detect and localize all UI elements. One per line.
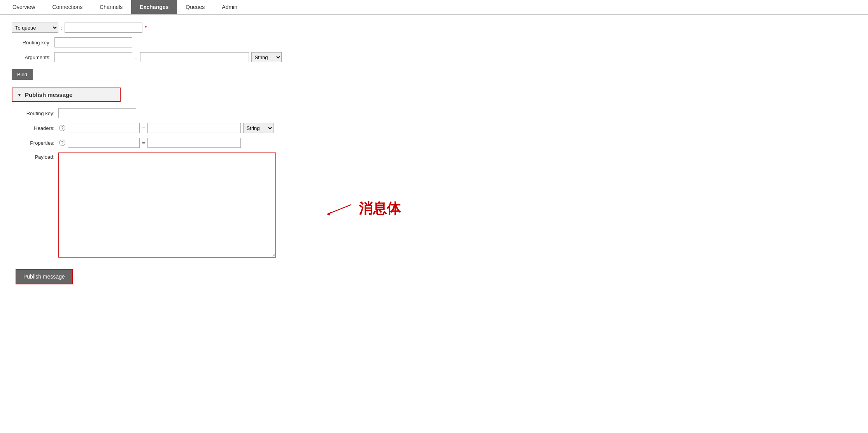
arguments-label: Arguments: [12, 54, 54, 60]
publish-headers-label: Headers: [16, 125, 58, 131]
routing-key-row: Routing key: [12, 37, 856, 47]
publish-headers-value-input[interactable] [147, 123, 241, 133]
publish-payload-row: Payload: 消息体 [16, 153, 856, 259]
headers-equals: = [142, 125, 145, 131]
to-queue-row: To queue : * [12, 23, 856, 33]
publish-properties-key-input[interactable] [68, 138, 140, 148]
svg-line-0 [327, 204, 351, 214]
bind-button[interactable]: Bind [12, 69, 33, 80]
to-queue-input[interactable] [65, 23, 142, 33]
routing-key-input[interactable] [54, 37, 132, 47]
annotation-arrow-icon [324, 201, 355, 217]
properties-equals: = [142, 140, 145, 146]
to-queue-select[interactable]: To queue [12, 23, 58, 33]
publish-payload-label: Payload: [16, 153, 58, 160]
publish-routing-key-label: Routing key: [16, 110, 58, 116]
message-body-annotation: 消息体 [324, 199, 401, 218]
tab-admin[interactable]: Admin [213, 0, 246, 14]
tab-exchanges[interactable]: Exchanges [131, 0, 177, 14]
publish-form: Routing key: Headers: ? = String Number … [12, 108, 856, 284]
headers-type-select[interactable]: String Number Boolean [243, 123, 274, 133]
arguments-row: Arguments: = String Number Boolean [12, 52, 856, 62]
tab-connections[interactable]: Connections [44, 0, 91, 14]
arguments-key-input[interactable] [54, 52, 132, 62]
collapse-arrow-icon: ▼ [17, 92, 22, 98]
arguments-value-input[interactable] [140, 52, 249, 62]
tab-overview[interactable]: Overview [4, 0, 44, 14]
tab-queues[interactable]: Queues [177, 0, 213, 14]
arguments-type-select[interactable]: String Number Boolean [251, 52, 282, 62]
nav-tabs: Overview Connections Channels Exchanges … [0, 0, 868, 15]
publish-properties-label: Properties: [16, 140, 58, 146]
publish-message-title: Publish message [25, 91, 73, 98]
headers-help-icon[interactable]: ? [59, 125, 65, 131]
payload-annotation-area: 消息体 [58, 153, 276, 259]
publish-button-row: Publish message [16, 263, 856, 284]
publish-headers-key-input[interactable] [68, 123, 140, 133]
routing-key-label: Routing key: [12, 40, 54, 46]
publish-routing-key-row: Routing key: [16, 108, 856, 118]
bind-button-row: Bind [12, 67, 856, 80]
publish-properties-value-input[interactable] [147, 138, 241, 148]
publish-routing-key-input[interactable] [58, 108, 136, 118]
required-indicator: * [145, 25, 147, 31]
publish-message-button[interactable]: Publish message [16, 269, 73, 284]
annotation-text: 消息体 [359, 199, 401, 218]
tab-channels[interactable]: Channels [91, 0, 131, 14]
publish-headers-row: Headers: ? = String Number Boolean [16, 123, 856, 133]
main-content: To queue : * Routing key: Arguments: = S… [0, 15, 868, 292]
publish-message-header[interactable]: ▼ Publish message [12, 88, 121, 102]
properties-help-icon[interactable]: ? [59, 140, 65, 146]
arguments-equals: = [135, 54, 138, 60]
colon-label: : [61, 25, 62, 31]
payload-input[interactable] [58, 153, 276, 258]
publish-properties-row: Properties: ? = [16, 138, 856, 148]
